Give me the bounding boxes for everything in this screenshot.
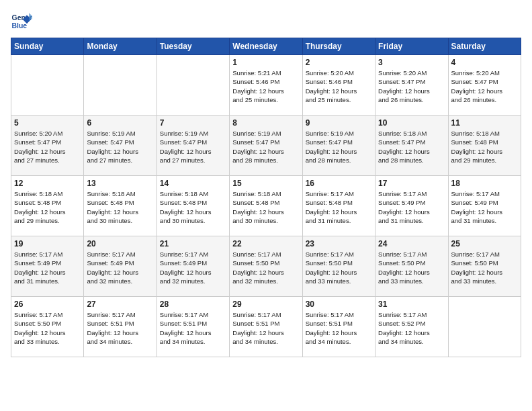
day-info: Sunrise: 5:17 AM Sunset: 5:49 PM Dayligh… (14, 250, 81, 285)
day-number: 25 (451, 239, 518, 248)
day-number: 1 (232, 58, 299, 67)
calendar-day-23: 23Sunrise: 5:17 AM Sunset: 5:50 PM Dayli… (302, 236, 375, 297)
calendar-empty-cell (11, 55, 84, 116)
calendar-day-14: 14Sunrise: 5:18 AM Sunset: 5:48 PM Dayli… (157, 176, 229, 236)
weekday-header-thursday: Thursday (302, 38, 375, 55)
svg-text:Blue: Blue (12, 22, 28, 30)
day-info: Sunrise: 5:18 AM Sunset: 5:48 PM Dayligh… (87, 189, 153, 225)
calendar-day-17: 17Sunrise: 5:17 AM Sunset: 5:49 PM Dayli… (375, 176, 448, 236)
day-number: 8 (232, 118, 299, 128)
day-info: Sunrise: 5:17 AM Sunset: 5:50 PM Dayligh… (306, 250, 372, 285)
calendar-day-5: 5Sunrise: 5:20 AM Sunset: 5:47 PM Daylig… (11, 116, 84, 176)
calendar-day-3: 3Sunrise: 5:20 AM Sunset: 5:47 PM Daylig… (375, 55, 448, 116)
day-info: Sunrise: 5:17 AM Sunset: 5:51 PM Dayligh… (232, 310, 299, 346)
day-info: Sunrise: 5:19 AM Sunset: 5:47 PM Dayligh… (160, 129, 226, 165)
day-info: Sunrise: 5:18 AM Sunset: 5:48 PM Dayligh… (14, 189, 81, 225)
calendar-table: SundayMondayTuesdayWednesdayThursdayFrid… (11, 38, 521, 357)
calendar-day-26: 26Sunrise: 5:17 AM Sunset: 5:50 PM Dayli… (11, 297, 84, 357)
day-number: 18 (451, 179, 518, 188)
day-info: Sunrise: 5:17 AM Sunset: 5:51 PM Dayligh… (160, 310, 226, 346)
day-number: 26 (14, 300, 81, 309)
calendar-empty-cell (157, 55, 229, 116)
day-number: 20 (87, 239, 153, 248)
day-number: 12 (14, 179, 81, 188)
day-info: Sunrise: 5:18 AM Sunset: 5:48 PM Dayligh… (232, 189, 299, 225)
calendar-day-28: 28Sunrise: 5:17 AM Sunset: 5:51 PM Dayli… (157, 297, 229, 357)
day-number: 17 (378, 179, 445, 188)
day-info: Sunrise: 5:21 AM Sunset: 5:46 PM Dayligh… (232, 68, 299, 104)
weekday-header-friday: Friday (375, 38, 448, 55)
calendar-day-1: 1Sunrise: 5:21 AM Sunset: 5:46 PM Daylig… (230, 55, 302, 116)
day-info: Sunrise: 5:19 AM Sunset: 5:47 PM Dayligh… (232, 129, 299, 165)
calendar-week-row: 5Sunrise: 5:20 AM Sunset: 5:47 PM Daylig… (11, 116, 521, 176)
day-info: Sunrise: 5:17 AM Sunset: 5:51 PM Dayligh… (306, 310, 372, 346)
day-number: 4 (451, 58, 518, 67)
day-info: Sunrise: 5:19 AM Sunset: 5:47 PM Dayligh… (87, 129, 153, 165)
calendar-day-22: 22Sunrise: 5:17 AM Sunset: 5:50 PM Dayli… (230, 236, 302, 297)
day-info: Sunrise: 5:19 AM Sunset: 5:47 PM Dayligh… (306, 129, 372, 165)
day-info: Sunrise: 5:20 AM Sunset: 5:47 PM Dayligh… (378, 68, 445, 104)
calendar-day-19: 19Sunrise: 5:17 AM Sunset: 5:49 PM Dayli… (11, 236, 84, 297)
weekday-header-row: SundayMondayTuesdayWednesdayThursdayFrid… (11, 38, 521, 55)
calendar-week-row: 26Sunrise: 5:17 AM Sunset: 5:50 PM Dayli… (11, 297, 521, 357)
day-number: 19 (14, 239, 81, 248)
calendar-week-row: 12Sunrise: 5:18 AM Sunset: 5:48 PM Dayli… (11, 176, 521, 236)
calendar-week-row: 1Sunrise: 5:21 AM Sunset: 5:46 PM Daylig… (11, 55, 521, 116)
calendar-day-13: 13Sunrise: 5:18 AM Sunset: 5:48 PM Dayli… (84, 176, 157, 236)
day-info: Sunrise: 5:17 AM Sunset: 5:49 PM Dayligh… (451, 189, 518, 225)
calendar-day-7: 7Sunrise: 5:19 AM Sunset: 5:47 PM Daylig… (157, 116, 229, 176)
day-number: 16 (306, 179, 372, 188)
day-info: Sunrise: 5:20 AM Sunset: 5:47 PM Dayligh… (451, 68, 518, 104)
weekday-header-tuesday: Tuesday (157, 38, 229, 55)
day-number: 2 (306, 58, 372, 67)
calendar-day-21: 21Sunrise: 5:17 AM Sunset: 5:49 PM Dayli… (157, 236, 229, 297)
calendar-day-6: 6Sunrise: 5:19 AM Sunset: 5:47 PM Daylig… (84, 116, 157, 176)
day-number: 11 (451, 118, 518, 128)
day-number: 6 (87, 118, 153, 128)
day-number: 30 (306, 300, 372, 309)
calendar-empty-cell (84, 55, 157, 116)
day-number: 7 (160, 118, 226, 128)
page-header: General Blue (11, 11, 521, 32)
day-number: 3 (378, 58, 445, 67)
weekday-header-sunday: Sunday (11, 38, 84, 55)
weekday-header-wednesday: Wednesday (230, 38, 302, 55)
day-info: Sunrise: 5:18 AM Sunset: 5:48 PM Dayligh… (451, 129, 518, 165)
calendar-week-row: 19Sunrise: 5:17 AM Sunset: 5:49 PM Dayli… (11, 236, 521, 297)
calendar-day-31: 31Sunrise: 5:17 AM Sunset: 5:52 PM Dayli… (375, 297, 448, 357)
day-info: Sunrise: 5:17 AM Sunset: 5:52 PM Dayligh… (378, 310, 445, 346)
day-number: 24 (378, 239, 445, 248)
day-number: 23 (306, 239, 372, 248)
day-info: Sunrise: 5:17 AM Sunset: 5:50 PM Dayligh… (451, 250, 518, 285)
day-info: Sunrise: 5:17 AM Sunset: 5:49 PM Dayligh… (160, 250, 226, 285)
day-number: 27 (87, 300, 153, 309)
day-info: Sunrise: 5:17 AM Sunset: 5:49 PM Dayligh… (378, 189, 445, 225)
calendar-day-30: 30Sunrise: 5:17 AM Sunset: 5:51 PM Dayli… (302, 297, 375, 357)
day-number: 5 (14, 118, 81, 128)
logo: General Blue (11, 11, 38, 32)
calendar-day-15: 15Sunrise: 5:18 AM Sunset: 5:48 PM Dayli… (230, 176, 302, 236)
day-info: Sunrise: 5:17 AM Sunset: 5:49 PM Dayligh… (87, 250, 153, 285)
day-info: Sunrise: 5:17 AM Sunset: 5:48 PM Dayligh… (306, 189, 372, 225)
day-number: 28 (160, 300, 226, 309)
day-info: Sunrise: 5:17 AM Sunset: 5:50 PM Dayligh… (232, 250, 299, 285)
day-info: Sunrise: 5:18 AM Sunset: 5:48 PM Dayligh… (160, 189, 226, 225)
calendar-day-4: 4Sunrise: 5:20 AM Sunset: 5:47 PM Daylig… (448, 55, 521, 116)
day-number: 29 (232, 300, 299, 309)
day-number: 15 (232, 179, 299, 188)
calendar-day-10: 10Sunrise: 5:18 AM Sunset: 5:47 PM Dayli… (375, 116, 448, 176)
day-number: 31 (378, 300, 445, 309)
calendar-day-9: 9Sunrise: 5:19 AM Sunset: 5:47 PM Daylig… (302, 116, 375, 176)
day-info: Sunrise: 5:17 AM Sunset: 5:50 PM Dayligh… (378, 250, 445, 285)
weekday-header-saturday: Saturday (448, 38, 521, 55)
day-number: 13 (87, 179, 153, 188)
calendar-day-18: 18Sunrise: 5:17 AM Sunset: 5:49 PM Dayli… (448, 176, 521, 236)
calendar-day-16: 16Sunrise: 5:17 AM Sunset: 5:48 PM Dayli… (302, 176, 375, 236)
calendar-day-20: 20Sunrise: 5:17 AM Sunset: 5:49 PM Dayli… (84, 236, 157, 297)
day-info: Sunrise: 5:20 AM Sunset: 5:46 PM Dayligh… (306, 68, 372, 104)
calendar-day-11: 11Sunrise: 5:18 AM Sunset: 5:48 PM Dayli… (448, 116, 521, 176)
calendar-day-27: 27Sunrise: 5:17 AM Sunset: 5:51 PM Dayli… (84, 297, 157, 357)
day-number: 22 (232, 239, 299, 248)
calendar-empty-cell (448, 297, 521, 357)
calendar-day-29: 29Sunrise: 5:17 AM Sunset: 5:51 PM Dayli… (230, 297, 302, 357)
